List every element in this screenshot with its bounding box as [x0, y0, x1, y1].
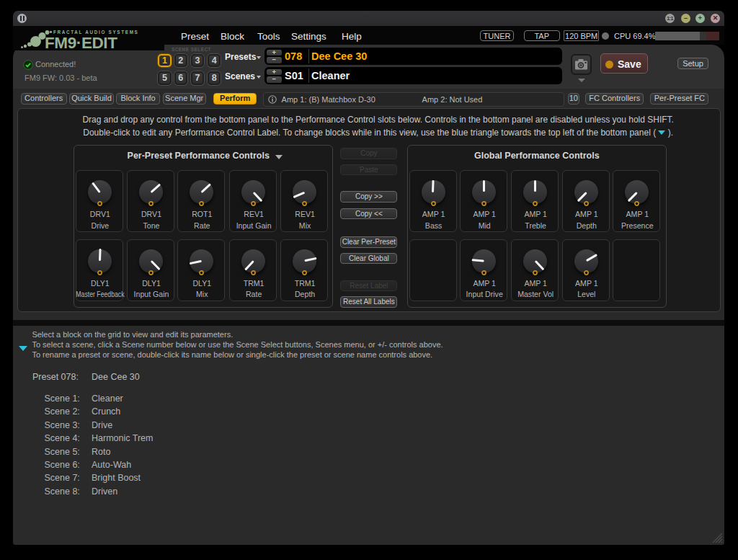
- svg-text:FM9·EDIT: FM9·EDIT: [45, 34, 117, 52]
